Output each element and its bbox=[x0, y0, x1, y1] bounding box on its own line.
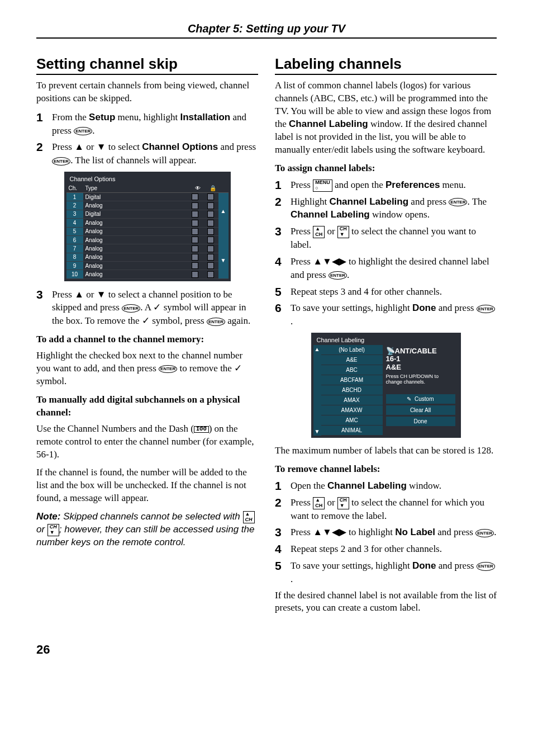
subhead-manual: To manually add digital subchannels on a… bbox=[36, 394, 258, 419]
scroll-up-icon: ▲ bbox=[315, 346, 320, 352]
dash-key-icon: 1̅0̅0̅ bbox=[194, 426, 209, 433]
step-number: 5 bbox=[275, 559, 285, 572]
step-text: To save your settings, highlight Done an… bbox=[291, 301, 497, 328]
chapter-title: Chapter 5: Setting up your TV bbox=[36, 22, 497, 39]
intro-labeling: A list of common channel labels (logos) … bbox=[275, 79, 497, 157]
info-panel: 📡ANT/CABLE 16-1 A&E Press CH UP/DOWN to … bbox=[383, 345, 459, 436]
step-text: Press ▲▼◀▶ to highlight the desired chan… bbox=[291, 255, 497, 282]
enter-key-icon: ENTER bbox=[159, 365, 177, 374]
list-item: AMAX bbox=[321, 395, 383, 405]
enter-key-icon: ENTER bbox=[207, 318, 225, 326]
list-item: (No Label) bbox=[321, 345, 383, 355]
paragraph-add: Highlight the checked box next to the ch… bbox=[36, 349, 258, 388]
ch-down-key-icon: CH▼ bbox=[337, 497, 349, 509]
step-number: 1 bbox=[275, 178, 285, 191]
eye-icon: 👁 bbox=[195, 185, 201, 191]
ch-down-key-icon: CH▼ bbox=[47, 524, 59, 536]
step-text: Press MENU○ and open the Preferences men… bbox=[291, 178, 497, 192]
check-icon: ✓ bbox=[142, 315, 150, 326]
step-number: 2 bbox=[275, 496, 285, 509]
list-item: A&E bbox=[321, 355, 383, 365]
right-column: Labeling channels A list of common chann… bbox=[275, 55, 497, 620]
checkbox-icon bbox=[207, 193, 214, 200]
down-arrow-icon: ▼ bbox=[322, 526, 332, 539]
paragraph-custom: If the desired channel label is not avai… bbox=[275, 589, 497, 615]
paragraph-manual-b: If the channel is found, the number will… bbox=[36, 466, 258, 505]
step-number: 2 bbox=[36, 140, 46, 153]
custom-button: ✎ Custom bbox=[386, 394, 455, 404]
ch-down-key-icon: CH▼ bbox=[337, 226, 349, 238]
enter-key-icon: ENTER bbox=[329, 271, 347, 280]
list-item: AMC bbox=[321, 415, 383, 426]
clear-all-button: Clear All bbox=[386, 405, 455, 415]
ch-up-key-icon: ▲CH bbox=[313, 497, 325, 509]
subhead-remove: To remove channel labels: bbox=[275, 463, 497, 476]
scroll-down-icon: ▼ bbox=[315, 428, 320, 434]
enter-key-icon: ENTER bbox=[74, 127, 92, 135]
step-number: 6 bbox=[275, 301, 285, 314]
step-number: 1 bbox=[36, 111, 46, 124]
done-button: Done bbox=[386, 417, 455, 426]
right-arrow-icon: ▶ bbox=[339, 526, 346, 539]
step-number: 3 bbox=[275, 526, 285, 538]
intro-skip: To prevent certain channels from being v… bbox=[36, 79, 258, 105]
subhead-add: To add a channel to the channel memory: bbox=[36, 333, 258, 346]
step-text: Open the Channel Labeling window. bbox=[291, 479, 497, 493]
channel-labeling-screenshot: Channel Labeling ▲ ▼ (No Label) A&E ABC … bbox=[311, 333, 461, 438]
down-arrow-icon: ▼ bbox=[322, 255, 332, 268]
step-text: Press ▲▼◀▶ to highlight No Label and pre… bbox=[291, 526, 497, 539]
scroll-down-icon: ▼ bbox=[221, 257, 226, 263]
ui-title: Channel Labeling bbox=[313, 335, 459, 345]
page-number: 26 bbox=[36, 642, 497, 657]
step-text: From the Setup menu, highlight Installat… bbox=[52, 111, 258, 138]
list-item: ABCHD bbox=[321, 385, 383, 395]
down-arrow-icon: ▼ bbox=[97, 288, 106, 301]
step-number: 5 bbox=[275, 285, 285, 298]
subhead-assign: To assign channel labels: bbox=[275, 162, 497, 175]
paragraph-max: The maximum number of labels that can be… bbox=[275, 445, 497, 457]
step-number: 3 bbox=[275, 225, 285, 238]
note: Note: Skipped channels cannot be selecte… bbox=[36, 511, 258, 549]
enter-key-icon: ENTER bbox=[122, 304, 140, 313]
step-number: 4 bbox=[275, 255, 285, 268]
check-icon: ✓ bbox=[153, 302, 161, 313]
scroll-up-icon: ▲ bbox=[221, 208, 226, 214]
down-arrow-icon: ▼ bbox=[97, 140, 106, 154]
list-item: AMAXW bbox=[321, 405, 383, 415]
lock-icon: 🔒 bbox=[210, 185, 216, 191]
step-number: 1 bbox=[275, 479, 285, 492]
step-number: 4 bbox=[275, 542, 285, 555]
enter-key-icon: ENTER bbox=[52, 157, 70, 166]
step-text: Press ▲ or ▼ to select a channel positio… bbox=[52, 288, 258, 328]
section-heading-labeling: Labeling channels bbox=[275, 55, 497, 75]
up-arrow-icon: ▲ bbox=[313, 255, 322, 268]
list-item: ABCFAM bbox=[321, 375, 383, 385]
ch-up-key-icon: ▲CH bbox=[243, 511, 255, 523]
step-text: Press ▲ or ▼ to select Channel Options a… bbox=[52, 140, 258, 167]
step-text: Press ▲CH or CH▼ to select the channel f… bbox=[291, 496, 497, 523]
up-arrow-icon: ▲ bbox=[74, 288, 84, 301]
ui-title: Channel Options bbox=[66, 174, 229, 184]
channel-options-screenshot: Channel Options Ch. Type 👁 🔒 1Digital▲▼ … bbox=[64, 172, 231, 281]
check-icon: ✓ bbox=[234, 363, 242, 374]
left-column: Setting channel skip To prevent certain … bbox=[36, 55, 258, 620]
enter-key-icon: ENTER bbox=[475, 529, 494, 537]
col-header-type: Type bbox=[83, 184, 187, 193]
up-arrow-icon: ▲ bbox=[313, 526, 322, 539]
right-arrow-icon: ▶ bbox=[339, 255, 346, 268]
step-number: 3 bbox=[36, 288, 46, 301]
enter-key-icon: ENTER bbox=[477, 562, 495, 570]
step-number: 2 bbox=[275, 195, 285, 208]
pencil-icon: ✎ bbox=[407, 396, 411, 402]
left-arrow-icon: ◀ bbox=[332, 526, 339, 539]
step-text: Highlight Channel Labeling and press ENT… bbox=[291, 195, 497, 222]
step-text: Repeat steps 2 and 3 for other channels. bbox=[291, 542, 497, 556]
paragraph-manual-a: Use the Channel Numbers and the Dash (1̅… bbox=[36, 423, 258, 461]
list-item: ANIMAL bbox=[321, 426, 383, 436]
menu-key-icon: MENU○ bbox=[313, 179, 332, 192]
up-arrow-icon: ▲ bbox=[74, 140, 84, 154]
step-text: Repeat steps 3 and 4 for other channels. bbox=[291, 285, 497, 299]
ch-up-key-icon: ▲CH bbox=[313, 226, 325, 238]
enter-key-icon: ENTER bbox=[449, 198, 467, 206]
enter-key-icon: ENTER bbox=[477, 305, 495, 313]
